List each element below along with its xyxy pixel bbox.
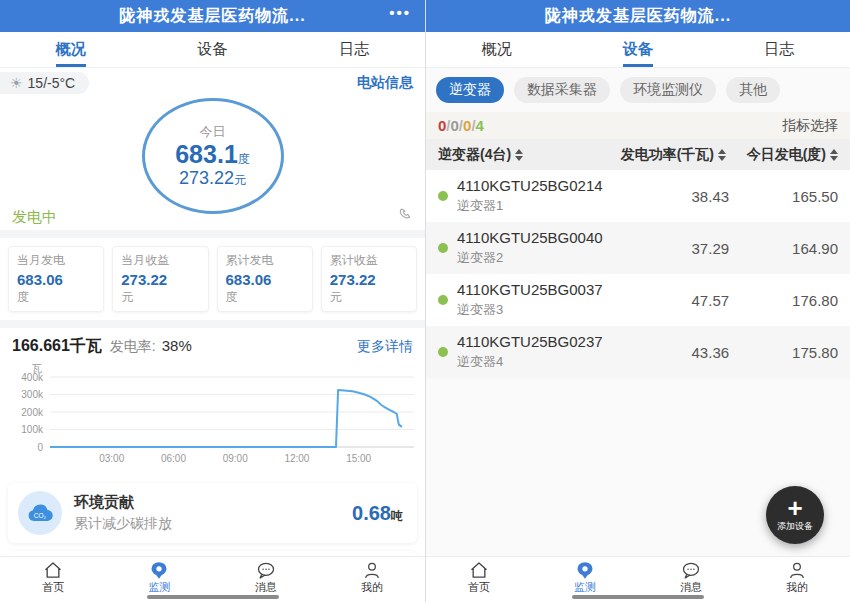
svg-text:200k: 200k [21, 407, 44, 418]
header-label: 逆变器(4台) [438, 146, 511, 164]
app-header: 陇神戎发基层医药物流... ••• [0, 0, 425, 32]
station-info-link[interactable]: 电站信息 [357, 74, 413, 92]
more-menu-icon[interactable]: ••• [389, 4, 411, 21]
header-power-sort[interactable]: 发电功率(千瓦) [596, 146, 726, 164]
stat-card-month-energy: 当月发电 683.06 度 [8, 246, 104, 312]
divider [0, 320, 425, 328]
stat-card-total-income: 累计收益 273.22 元 [321, 246, 417, 312]
table-row[interactable]: 4110KGTU25BG0237 逆变器4 43.36 175.80 [426, 326, 850, 378]
nav-profile[interactable]: 我的 [319, 557, 425, 602]
stat-cards: 当月发电 683.06 度 当月收益 273.22 元 累计发电 683.06 … [0, 238, 425, 320]
chip-data-collector[interactable]: 数据采集器 [514, 77, 610, 103]
status-counts: 0/0/0/4 [438, 117, 484, 134]
svg-text:15:00: 15:00 [346, 453, 371, 464]
table-row[interactable]: 4110KGTU25BG0214 逆变器1 38.43 165.50 [426, 170, 850, 222]
today-gauge-wrap: 今日 683.1度 273.22元 [0, 98, 425, 204]
tab-devices[interactable]: 设备 [142, 32, 284, 67]
nav-label: 我的 [361, 580, 383, 595]
svg-text:03:00: 03:00 [99, 453, 124, 464]
device-cell: 4110KGTU25BG0237 逆变器4 [438, 333, 603, 371]
tab-overview[interactable]: 概况 [426, 32, 567, 67]
chip-env-monitor[interactable]: 环境监测仪 [620, 77, 716, 103]
station-title: 陇神戎发基层医药物流... [119, 6, 305, 27]
device-serial: 4110KGTU25BG0040 [457, 229, 603, 246]
device-serial: 4110KGTU25BG0237 [457, 333, 603, 350]
stat-label: 当月收益 [121, 252, 199, 269]
device-serial: 4110KGTU25BG0214 [457, 177, 603, 194]
stat-unit: 元 [121, 289, 199, 306]
device-cell: 4110KGTU25BG0037 逆变器3 [438, 281, 603, 319]
header-device-sort[interactable]: 逆变器(4台) [438, 146, 596, 164]
home-icon [469, 561, 489, 580]
environment-title: 环境贡献 [74, 493, 172, 512]
phone-icon[interactable] [397, 207, 413, 227]
divider [0, 230, 425, 238]
device-power: 37.29 [603, 240, 729, 257]
message-icon [681, 561, 701, 580]
device-power: 38.43 [603, 188, 729, 205]
device-name: 逆变器3 [457, 301, 603, 319]
plus-icon: + [787, 497, 802, 519]
nav-profile[interactable]: 我的 [744, 557, 850, 602]
co2-cloud-icon: CO₂ [18, 491, 62, 535]
chip-other[interactable]: 其他 [726, 77, 780, 103]
table-row[interactable]: 4110KGTU25BG0037 逆变器3 47.57 176.80 [426, 274, 850, 326]
stat-unit: 元 [330, 289, 408, 306]
environment-subtitle: 累计减少碳排放 [74, 515, 172, 533]
svg-text:CO₂: CO₂ [34, 512, 47, 519]
tab-overview[interactable]: 概况 [0, 32, 142, 67]
overview-screen: 陇神戎发基层医药物流... ••• 概况 设备 日志 ☀ 15/-5°C 电站信… [0, 0, 425, 602]
stat-label: 累计发电 [226, 252, 304, 269]
nav-home[interactable]: 首页 [426, 557, 532, 602]
tab-logs[interactable]: 日志 [283, 32, 425, 67]
svg-text:瓦: 瓦 [32, 363, 42, 374]
weather-pill: ☀ 15/-5°C [0, 72, 89, 94]
device-energy: 175.80 [729, 344, 838, 361]
device-info: 4110KGTU25BG0237 逆变器4 [457, 333, 603, 371]
stat-value: 683.06 [17, 271, 95, 288]
today-income-unit: 元 [234, 173, 246, 187]
device-name: 逆变器2 [457, 249, 603, 267]
online-status-dot [438, 295, 448, 305]
carbon-value: 0.68吨 [352, 502, 403, 525]
top-tabs: 概况 设备 日志 [0, 32, 425, 68]
device-cell: 4110KGTU25BG0040 逆变器2 [438, 229, 603, 267]
carbon-amount: 0.68 [352, 502, 391, 524]
chip-inverter[interactable]: 逆变器 [436, 77, 504, 103]
nav-label: 我的 [786, 580, 808, 595]
device-info: 4110KGTU25BG0040 逆变器2 [457, 229, 603, 267]
tab-logs[interactable]: 日志 [709, 32, 850, 67]
tab-label: 日志 [339, 40, 369, 64]
devices-screen: 陇神戎发基层医药物流... 概况 设备 日志 逆变器 数据采集器 环境监测仪 其… [425, 0, 850, 602]
stat-value: 273.22 [330, 271, 408, 288]
device-energy: 164.90 [729, 240, 838, 257]
nav-home[interactable]: 首页 [0, 557, 106, 602]
header-energy-sort[interactable]: 今日发电(度) [726, 146, 838, 164]
today-income-value: 273.22 [179, 168, 234, 188]
today-energy: 683.1度 [175, 141, 250, 169]
rate-value: 38% [162, 337, 192, 354]
power-summary-row: 166.661千瓦 发电率: 38% 更多详情 [0, 328, 425, 359]
count-normal: 4 [476, 117, 484, 134]
environment-card: CO₂ 环境贡献 累计减少碳排放 0.68吨 [8, 483, 417, 543]
home-indicator [572, 595, 704, 599]
app-window: 陇神戎发基层医药物流... ••• 概况 设备 日志 ☀ 15/-5°C 电站信… [0, 0, 850, 602]
device-table-header: 逆变器(4台) 发电功率(千瓦) 今日发电(度) [426, 139, 850, 170]
stat-unit: 度 [226, 289, 304, 306]
add-device-button[interactable]: + 添加设备 [766, 486, 824, 544]
top-tabs: 概况 设备 日志 [426, 32, 850, 68]
stat-label: 累计收益 [330, 252, 408, 269]
table-row[interactable]: 4110KGTU25BG0040 逆变器2 37.29 164.90 [426, 222, 850, 274]
svg-text:09:00: 09:00 [223, 453, 248, 464]
tab-devices[interactable]: 设备 [567, 32, 708, 67]
count-offline: 0 [451, 117, 459, 134]
stat-card-total-energy: 累计发电 683.06 度 [217, 246, 313, 312]
tab-label: 概况 [56, 40, 86, 67]
sort-icon [515, 149, 523, 161]
today-gauge: 今日 683.1度 273.22元 [142, 98, 284, 214]
device-type-filters: 逆变器 数据采集器 环境监测仪 其他 [426, 68, 850, 112]
indicator-select-link[interactable]: 指标选择 [782, 117, 838, 135]
more-details-link[interactable]: 更多详情 [357, 338, 413, 356]
app-header: 陇神戎发基层医药物流... [426, 0, 850, 32]
environment-text: 环境贡献 累计减少碳排放 [74, 493, 172, 533]
